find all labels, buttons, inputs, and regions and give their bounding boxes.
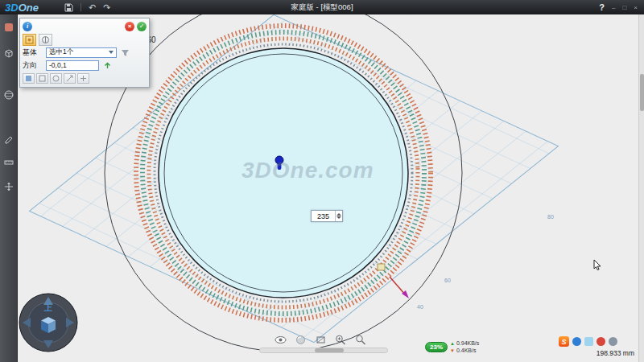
scale-readout: 198.933 mm [597,349,634,357]
sidebar-cube-icon[interactable] [2,47,15,60]
zoom-in-icon[interactable] [334,335,347,345]
shade-mode-icon[interactable] [294,335,307,345]
network-speeds: ▲ 0.94KB/s ▼ 0.4KB/s [450,340,479,354]
redo-icon[interactable]: ↷ [103,3,110,12]
tray-icon[interactable] [572,337,581,346]
sidebar-measure-icon[interactable] [2,156,15,169]
visibility-eye-icon[interactable] [274,335,287,345]
direction-input[interactable]: -0,0,1 [46,60,99,71]
dialog-option-icon[interactable] [23,73,35,84]
dimension-spinner[interactable] [335,211,342,221]
base-row: 基体 选中1个 [23,46,147,59]
info-icon: i [23,22,32,31]
app-logo: 3DOne [5,2,39,13]
disc-face[interactable] [159,48,408,298]
mouse-cursor [593,259,602,274]
spinner-down-icon[interactable] [336,216,341,219]
caret-down-icon [109,51,114,54]
direction-value: -0,0,1 [49,61,67,69]
left-toolbar [0,14,18,362]
view-toolbar [274,335,367,345]
mode-button-active[interactable] [23,34,36,46]
sidebar-sphere-icon[interactable] [2,88,15,101]
sidebar-tool-icon[interactable] [2,21,15,34]
close-button[interactable]: × [634,4,638,11]
upload-speed: 0.94KB/s [456,340,479,346]
logo-one: One [19,2,39,14]
dialog-mode-row [23,33,147,46]
toolbar-divider [80,3,81,11]
vscroll-thumb[interactable] [640,74,644,111]
maximize-button[interactable]: □ [622,4,626,11]
base-label: 基体 [23,47,43,58]
tray-icon[interactable] [584,337,593,346]
grid-axis-label: 60 [444,278,451,283]
sidebar-sketch-icon[interactable] [2,132,15,145]
grid-axis-label: 80 [547,214,554,220]
app-window: 3DOne ↶ ↷ 家庭版 - [模型006] ? – □ × [0,0,644,362]
tray-icon[interactable] [597,337,605,346]
vertical-scrollbar[interactable] [638,14,644,362]
sidebar-move-icon[interactable] [2,180,15,193]
quick-access-toolbar: ↶ ↷ [64,3,110,12]
spinner-up-icon[interactable] [336,213,341,216]
cancel-button[interactable]: × [125,22,134,31]
download-arrow-icon: ▼ [450,348,455,353]
window-controls: ? – □ × [599,2,638,12]
direction-label: 方向 [23,60,43,71]
hscroll-thumb[interactable] [315,348,344,352]
mode-button[interactable] [39,34,52,46]
upload-arrow-icon: ▲ [450,341,455,346]
direction-row: 方向 -0,0,1 [23,59,147,72]
help-button[interactable]: ? [599,2,605,12]
save-icon[interactable] [64,3,73,12]
view-navigation-wheel[interactable]: 上 [19,293,78,352]
dialog-option-icon[interactable] [64,73,76,84]
sogou-input-icon[interactable]: S [559,336,569,347]
undo-icon[interactable]: ↶ [89,3,96,12]
tray-icon[interactable] [609,337,617,346]
zoom-window-icon[interactable] [314,335,327,345]
dimension-input[interactable]: 235 [311,210,343,222]
zoom-fit-icon[interactable] [354,335,367,345]
dialog-option-icon[interactable] [77,73,89,84]
dialog-option-icon[interactable] [36,73,48,84]
dialog-header: i × ✓ [23,20,147,33]
filter-icon[interactable] [119,47,130,58]
drag-handle[interactable] [378,264,385,270]
dialog-option-icon[interactable] [50,73,62,84]
ok-button[interactable]: ✓ [137,22,147,31]
dimension-value[interactable]: 235 [312,211,335,221]
download-speed: 0.4KB/s [456,348,477,353]
titlebar: 3DOne ↶ ↷ 家庭版 - [模型006] ? – □ × [0,0,644,14]
viewport[interactable]: 360 3DOne.com 60 40 80 235 i × ✓ [18,14,644,362]
grid-axis-label: 40 [417,304,423,310]
pick-direction-icon[interactable] [101,60,113,71]
minimize-button[interactable]: – [612,4,615,11]
logo-3d: 3D [5,2,19,14]
system-tray: S [559,336,617,347]
command-dialog: i × ✓ 基体 选中1个 [19,18,150,88]
horizontal-scrollbar[interactable] [259,348,388,353]
dialog-options-row [23,72,147,84]
network-monitor[interactable]: 23% ▲ 0.94KB/s ▼ 0.4KB/s [425,340,479,354]
base-select[interactable]: 选中1个 [46,47,117,58]
network-percent-badge[interactable]: 23% [425,342,448,352]
base-value: 选中1个 [49,47,73,57]
